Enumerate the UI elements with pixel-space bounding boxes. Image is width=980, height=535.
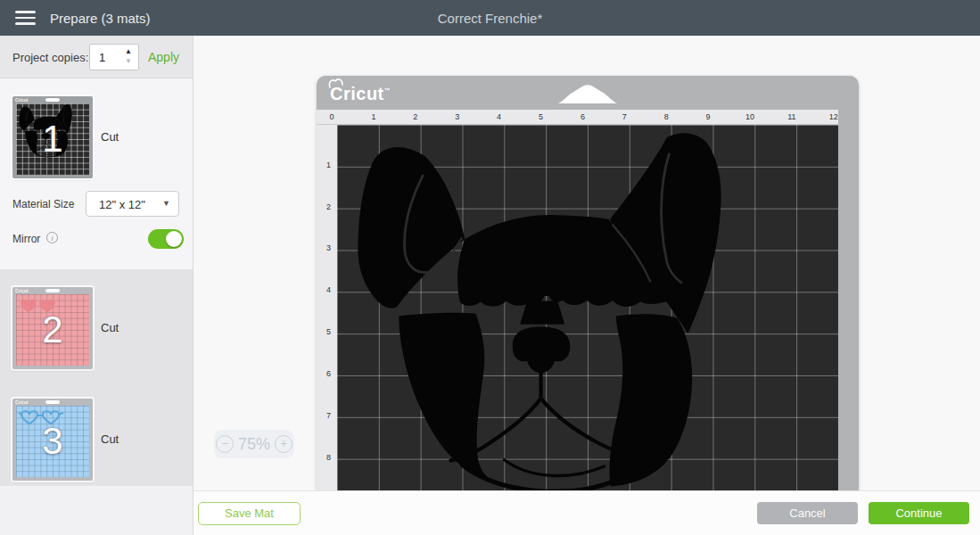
cricut-design-space-app: Prepare (3 mats) Correct Frenchie* Proje… [0, 0, 980, 535]
save-mat-button[interactable]: Save Mat [198, 502, 301, 525]
trademark-symbol: ™ [384, 87, 391, 94]
top-header-bar: Prepare (3 mats) Correct Frenchie* [0, 0, 980, 36]
ruler-vertical: 1 2 3 4 5 6 7 8 [317, 125, 337, 490]
project-name: Correct Frenchie* [0, 11, 980, 26]
mat-2-action-label: Cut [101, 321, 119, 334]
selected-mat-section: Cricut 1 Cut Material Size 12" x 12" ▼ M… [0, 78, 193, 269]
cutting-mat: Cricut™ 0 1 2 3 4 5 6 7 8 9 10 11 12 [317, 76, 859, 490]
cricut-logo-text: Cricut [330, 84, 384, 103]
mat-3-thumbnail[interactable]: Cricut 3 [12, 399, 93, 481]
mat-preview-canvas: Cricut™ 0 1 2 3 4 5 6 7 8 9 10 11 12 [194, 36, 980, 490]
other-mats-section: Cricut 2 Cut Cricut [0, 269, 193, 486]
mirror-row: Mirror i [0, 227, 194, 251]
ruler-tick-label: 11 [787, 112, 795, 121]
ruler-tick-label: 2 [413, 112, 417, 121]
mat-number: 1 [16, 103, 89, 175]
footer-bar: Save Mat Cancel Continue [194, 490, 980, 535]
mat-2-thumbnail[interactable]: Cricut 2 [12, 287, 93, 369]
ruler-tick-label: 6 [581, 112, 585, 121]
chevron-down-icon: ▼ [162, 199, 170, 208]
ruler-horizontal: 0 1 2 3 4 5 6 7 8 9 10 11 12 [317, 110, 838, 125]
mat-number: 2 [16, 294, 89, 366]
copies-value[interactable]: 1 [99, 51, 105, 64]
ruler-tick-label: 1 [371, 112, 375, 121]
mat-row-2: Cricut 2 Cut [0, 287, 194, 369]
mat-notch [45, 98, 60, 102]
ruler-tick-label: 0 [329, 112, 334, 121]
info-icon[interactable]: i [46, 232, 58, 243]
mat-3-grid: 3 [16, 406, 89, 477]
ruler-tick-label: 4 [326, 285, 331, 294]
ruler-tick-label: 8 [326, 453, 331, 462]
cancel-button[interactable]: Cancel [757, 502, 858, 524]
mat-1-thumbnail[interactable]: Cricut 1 [12, 96, 93, 178]
ruler-tick-label: 10 [745, 112, 754, 121]
mats-sidebar: Project copies: 1 ▲ ▼ Apply Cricut 1 [0, 36, 194, 535]
stepper-down-icon[interactable]: ▼ [122, 56, 135, 66]
stepper-up-icon[interactable]: ▲ [122, 46, 135, 56]
copies-stepper[interactable]: 1 ▲ ▼ [89, 44, 139, 70]
ruler-tick-label: 5 [326, 327, 331, 336]
project-copies-bar: Project copies: 1 ▲ ▼ Apply [0, 36, 193, 78]
thumb-cricut-logo: Cricut [15, 97, 28, 103]
ruler-tick-label: 3 [326, 243, 331, 252]
continue-button[interactable]: Continue [869, 502, 969, 524]
ruler-tick-label: 5 [539, 112, 543, 121]
zoom-control: − 75% + [214, 430, 294, 458]
ruler-tick-label: 4 [497, 112, 501, 121]
mat-1-action-label: Cut [101, 130, 119, 144]
apply-button[interactable]: Apply [148, 50, 179, 64]
mat-1-grid: 1 [16, 103, 89, 175]
ruler-tick-label: 1 [326, 160, 331, 169]
thumb-cricut-logo: Cricut [15, 399, 28, 405]
ruler-tick-label: 7 [622, 112, 627, 121]
thumb-cricut-logo: Cricut [15, 288, 28, 293]
zoom-level: 75% [238, 435, 270, 454]
mat-notch [558, 84, 617, 103]
ruler-tick-label: 2 [326, 202, 331, 211]
ruler-tick-label: 7 [326, 411, 331, 420]
mat-row-3: Cricut 3 Cut [0, 399, 194, 481]
material-size-label: Material Size [12, 198, 74, 210]
sidebar-filler [0, 486, 193, 535]
mat-grid[interactable] [337, 125, 838, 490]
material-size-dropdown[interactable]: 12" x 12" ▼ [86, 191, 179, 217]
mat-2-grid: 2 [16, 294, 89, 366]
ruler-tick-label: 3 [455, 112, 459, 121]
toggle-knob [166, 231, 182, 247]
ruler-tick-label: 6 [326, 369, 331, 378]
material-size-row: Material Size 12" x 12" ▼ [0, 191, 194, 218]
ruler-tick-label: 8 [664, 112, 669, 121]
mat-3-action-label: Cut [101, 432, 119, 446]
ruler-tick-label: 12 [829, 112, 838, 121]
mat-row-1: Cricut 1 Cut [0, 96, 194, 178]
mirror-toggle[interactable] [148, 229, 184, 249]
ruler-tick-label: 9 [706, 112, 711, 121]
mirror-label: Mirror [12, 233, 40, 245]
material-size-value: 12" x 12" [99, 198, 145, 211]
project-copies-label: Project copies: [12, 51, 88, 64]
zoom-out-button[interactable]: − [216, 435, 234, 453]
cricut-logo: Cricut™ [330, 84, 391, 104]
mat-number: 3 [16, 406, 89, 477]
zoom-in-button[interactable]: + [275, 435, 292, 453]
mat-notch [45, 400, 60, 404]
mat-notch [45, 289, 60, 292]
frenchie-silhouette[interactable] [337, 125, 838, 490]
